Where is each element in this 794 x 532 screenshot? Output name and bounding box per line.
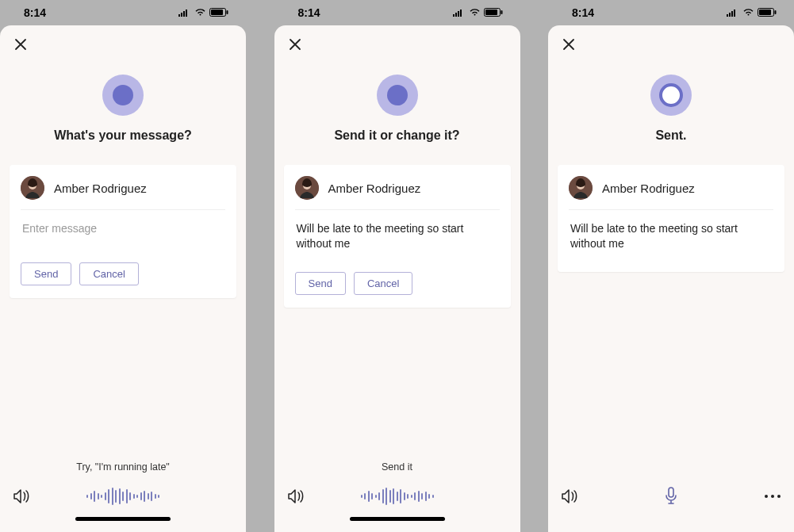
prompt-text: Send it or change it? <box>274 128 520 143</box>
send-button[interactable]: Send <box>295 272 346 295</box>
svg-rect-23 <box>759 10 771 15</box>
avatar <box>569 176 593 200</box>
recipient-row: Amber Rodriguez <box>569 176 773 210</box>
status-time: 8:14 <box>572 6 594 19</box>
phone-mockup-1: 8:14 What's your message? Amber Rodrigue… <box>0 0 246 532</box>
svg-rect-20 <box>731 11 733 17</box>
svg-point-30 <box>777 495 781 498</box>
message-card: Amber Rodriguez Enter message Send Cance… <box>10 165 236 298</box>
cancel-button[interactable]: Cancel <box>354 272 412 295</box>
svg-rect-2 <box>183 11 185 17</box>
cancel-button[interactable]: Cancel <box>79 262 138 285</box>
svg-point-29 <box>771 495 774 498</box>
svg-rect-1 <box>181 13 182 17</box>
svg-rect-5 <box>211 10 223 15</box>
more-icon[interactable] <box>764 494 781 499</box>
cortana-orb <box>650 75 692 116</box>
svg-rect-15 <box>501 10 502 14</box>
recipient-row: Amber Rodriguez <box>21 176 225 210</box>
svg-rect-12 <box>460 10 462 17</box>
svg-rect-27 <box>669 488 673 497</box>
message-input[interactable]: Will be late to the meeting so start wit… <box>295 210 500 270</box>
svg-rect-3 <box>186 10 187 17</box>
send-button[interactable]: Send <box>21 262 71 285</box>
prompt-text: Sent. <box>548 128 794 143</box>
home-indicator[interactable] <box>75 517 171 521</box>
message-card: Amber Rodriguez Will be late to the meet… <box>558 165 784 272</box>
svg-point-28 <box>765 495 768 498</box>
svg-rect-21 <box>734 10 735 17</box>
message-text: Will be late to the meeting so start wit… <box>569 210 773 259</box>
battery-icon <box>758 6 777 19</box>
svg-rect-0 <box>178 14 180 17</box>
wifi-icon <box>194 6 206 19</box>
prompt-text: What's your message? <box>0 128 246 143</box>
bottom-bar: Send it <box>274 461 520 532</box>
status-bar: 8:14 <box>274 0 520 25</box>
phone-mockup-3: 8:14 Sent. Amber Rodriguez Will be late … <box>548 0 794 532</box>
close-button[interactable] <box>287 36 303 52</box>
recipient-name: Amber Rodriguez <box>328 182 421 195</box>
close-button[interactable] <box>13 36 29 52</box>
speaker-icon[interactable] <box>13 488 30 505</box>
microphone-icon[interactable] <box>662 488 680 505</box>
battery-icon <box>209 6 228 19</box>
svg-rect-19 <box>729 13 731 17</box>
waveform-icon <box>86 486 159 507</box>
recipient-name: Amber Rodriguez <box>54 182 147 195</box>
home-indicator[interactable] <box>350 517 445 521</box>
status-bar: 8:14 <box>548 0 794 25</box>
cortana-orb <box>377 75 418 116</box>
battery-icon <box>484 6 503 19</box>
app-screen: Sent. Amber Rodriguez Will be late to th… <box>548 25 794 532</box>
app-screen: What's your message? Amber Rodriguez Ent… <box>0 25 246 532</box>
status-time: 8:14 <box>24 6 46 19</box>
svg-rect-10 <box>455 13 457 17</box>
avatar <box>21 176 44 200</box>
voice-hint: Send it <box>287 461 508 473</box>
message-input[interactable]: Enter message <box>21 210 225 261</box>
svg-rect-9 <box>453 14 455 17</box>
svg-rect-14 <box>485 10 497 15</box>
recipient-row: Amber Rodriguez <box>295 176 500 210</box>
signal-icon <box>727 6 739 19</box>
cortana-orb-inner <box>659 83 683 107</box>
cortana-orb <box>102 75 144 116</box>
svg-rect-18 <box>727 14 728 17</box>
wifi-icon <box>742 6 754 19</box>
bottom-bar <box>548 479 794 532</box>
wifi-icon <box>469 6 481 19</box>
phone-mockup-2: 8:14 Send it or change it? Amber Rodrigu… <box>274 0 520 532</box>
status-icons <box>453 6 503 19</box>
avatar <box>295 176 319 200</box>
close-button[interactable] <box>561 36 577 52</box>
voice-hint: Try, "I'm running late" <box>13 461 233 473</box>
message-card: Amber Rodriguez Will be late to the meet… <box>284 165 511 308</box>
app-screen: Send it or change it? Amber Rodriguez Wi… <box>274 25 520 532</box>
recipient-name: Amber Rodriguez <box>602 182 695 195</box>
status-bar: 8:14 <box>0 0 246 25</box>
cortana-orb-inner <box>387 85 408 105</box>
status-time: 8:14 <box>298 6 320 19</box>
svg-rect-6 <box>227 10 228 14</box>
status-icons <box>178 6 228 19</box>
status-icons <box>727 6 777 19</box>
svg-rect-24 <box>775 10 777 14</box>
speaker-icon[interactable] <box>561 488 578 505</box>
signal-icon <box>178 6 191 19</box>
svg-rect-11 <box>458 11 459 17</box>
signal-icon <box>453 6 466 19</box>
waveform-icon <box>361 486 434 507</box>
bottom-bar: Try, "I'm running late" <box>0 461 246 532</box>
cortana-orb-inner <box>113 85 133 105</box>
speaker-icon[interactable] <box>287 488 305 505</box>
